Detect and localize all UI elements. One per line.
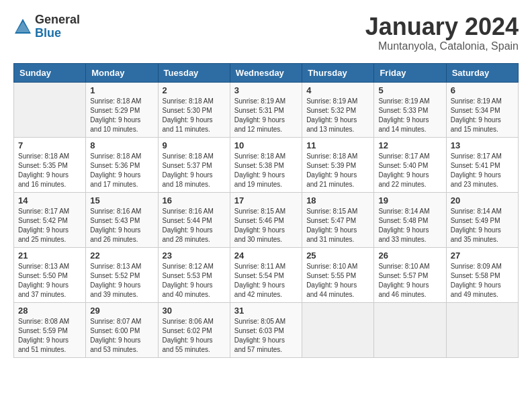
- day-cell: 18Sunrise: 8:15 AMSunset: 5:47 PMDayligh…: [302, 192, 374, 247]
- day-cell: 6Sunrise: 8:19 AMSunset: 5:34 PMDaylight…: [446, 82, 518, 137]
- header-cell-friday: Friday: [374, 63, 446, 82]
- day-info: Sunrise: 8:19 AMSunset: 5:31 PMDaylight:…: [234, 97, 298, 134]
- day-cell: 31Sunrise: 8:05 AMSunset: 6:03 PMDayligh…: [230, 302, 302, 357]
- day-number: 8: [90, 140, 153, 150]
- day-info: Sunrise: 8:18 AMSunset: 5:36 PMDaylight:…: [90, 152, 153, 189]
- week-row-1: 1Sunrise: 8:18 AMSunset: 5:29 PMDaylight…: [14, 82, 519, 137]
- day-number: 31: [234, 306, 298, 316]
- day-number: 30: [163, 306, 226, 316]
- day-cell: 26Sunrise: 8:10 AMSunset: 5:57 PMDayligh…: [374, 247, 446, 302]
- week-row-3: 14Sunrise: 8:17 AMSunset: 5:42 PMDayligh…: [14, 192, 519, 247]
- logo-general-text: General: [35, 13, 80, 27]
- day-cell: 21Sunrise: 8:13 AMSunset: 5:50 PMDayligh…: [14, 247, 86, 302]
- day-info: Sunrise: 8:18 AMSunset: 5:39 PMDaylight:…: [306, 152, 369, 189]
- day-cell: 4Sunrise: 8:19 AMSunset: 5:32 PMDaylight…: [302, 82, 374, 137]
- header-cell-thursday: Thursday: [302, 63, 374, 82]
- day-info: Sunrise: 8:19 AMSunset: 5:34 PMDaylight:…: [451, 97, 514, 134]
- header-cell-wednesday: Wednesday: [230, 63, 302, 82]
- day-info: Sunrise: 8:14 AMSunset: 5:48 PMDaylight:…: [378, 207, 441, 244]
- day-number: 19: [378, 195, 441, 205]
- day-info: Sunrise: 8:18 AMSunset: 5:38 PMDaylight:…: [234, 152, 298, 189]
- logo-icon: [13, 17, 32, 36]
- title-block: January 2024 Muntanyola, Catalonia, Spai…: [365, 13, 519, 52]
- day-info: Sunrise: 8:10 AMSunset: 5:55 PMDaylight:…: [306, 262, 369, 300]
- day-cell: [302, 302, 374, 357]
- day-cell: 19Sunrise: 8:14 AMSunset: 5:48 PMDayligh…: [374, 192, 446, 247]
- day-info: Sunrise: 8:09 AMSunset: 5:58 PMDaylight:…: [451, 262, 514, 300]
- day-number: 3: [234, 85, 298, 95]
- day-cell: 30Sunrise: 8:06 AMSunset: 6:02 PMDayligh…: [158, 302, 230, 357]
- day-cell: 24Sunrise: 8:11 AMSunset: 5:54 PMDayligh…: [230, 247, 302, 302]
- day-info: Sunrise: 8:18 AMSunset: 5:37 PMDaylight:…: [163, 152, 226, 189]
- day-number: 4: [306, 85, 369, 95]
- day-info: Sunrise: 8:14 AMSunset: 5:49 PMDaylight:…: [451, 207, 514, 244]
- day-info: Sunrise: 8:07 AMSunset: 6:00 PMDaylight:…: [90, 317, 153, 355]
- day-cell: 29Sunrise: 8:07 AMSunset: 6:00 PMDayligh…: [86, 302, 158, 357]
- day-info: Sunrise: 8:18 AMSunset: 5:29 PMDaylight:…: [90, 97, 153, 134]
- day-number: 9: [163, 140, 226, 150]
- calendar-table: SundayMondayTuesdayWednesdayThursdayFrid…: [13, 63, 519, 358]
- day-number: 13: [451, 140, 514, 150]
- day-cell: 14Sunrise: 8:17 AMSunset: 5:42 PMDayligh…: [14, 192, 86, 247]
- week-row-5: 28Sunrise: 8:08 AMSunset: 5:59 PMDayligh…: [14, 302, 519, 357]
- day-number: 21: [18, 250, 81, 261]
- day-number: 2: [163, 85, 226, 95]
- day-cell: 3Sunrise: 8:19 AMSunset: 5:31 PMDaylight…: [230, 82, 302, 137]
- week-row-2: 7Sunrise: 8:18 AMSunset: 5:35 PMDaylight…: [14, 137, 519, 192]
- day-cell: 22Sunrise: 8:13 AMSunset: 5:52 PMDayligh…: [86, 247, 158, 302]
- day-cell: 16Sunrise: 8:16 AMSunset: 5:44 PMDayligh…: [158, 192, 230, 247]
- day-cell: 11Sunrise: 8:18 AMSunset: 5:39 PMDayligh…: [302, 137, 374, 192]
- day-cell: 23Sunrise: 8:12 AMSunset: 5:53 PMDayligh…: [158, 247, 230, 302]
- day-cell: 8Sunrise: 8:18 AMSunset: 5:36 PMDaylight…: [86, 137, 158, 192]
- day-number: 17: [234, 195, 298, 205]
- day-cell: 27Sunrise: 8:09 AMSunset: 5:58 PMDayligh…: [446, 247, 518, 302]
- header-cell-tuesday: Tuesday: [158, 63, 230, 82]
- day-info: Sunrise: 8:13 AMSunset: 5:50 PMDaylight:…: [18, 262, 81, 300]
- day-info: Sunrise: 8:06 AMSunset: 6:02 PMDaylight:…: [163, 317, 226, 355]
- day-cell: 15Sunrise: 8:16 AMSunset: 5:43 PMDayligh…: [86, 192, 158, 247]
- day-cell: 1Sunrise: 8:18 AMSunset: 5:29 PMDaylight…: [86, 82, 158, 137]
- day-number: 29: [90, 306, 153, 316]
- header-cell-sunday: Sunday: [14, 63, 86, 82]
- day-info: Sunrise: 8:19 AMSunset: 5:33 PMDaylight:…: [378, 97, 441, 134]
- calendar-subtitle: Muntanyola, Catalonia, Spain: [365, 40, 519, 52]
- day-number: 6: [451, 85, 514, 95]
- day-cell: 25Sunrise: 8:10 AMSunset: 5:55 PMDayligh…: [302, 247, 374, 302]
- header-cell-monday: Monday: [86, 63, 158, 82]
- day-cell: 28Sunrise: 8:08 AMSunset: 5:59 PMDayligh…: [14, 302, 86, 357]
- day-info: Sunrise: 8:17 AMSunset: 5:40 PMDaylight:…: [378, 152, 441, 189]
- day-info: Sunrise: 8:15 AMSunset: 5:46 PMDaylight:…: [234, 207, 298, 244]
- day-info: Sunrise: 8:15 AMSunset: 5:47 PMDaylight:…: [306, 207, 369, 244]
- day-cell: [14, 82, 86, 137]
- logo-text: General Blue: [35, 13, 80, 40]
- day-info: Sunrise: 8:16 AMSunset: 5:43 PMDaylight:…: [90, 207, 153, 244]
- day-number: 20: [451, 195, 514, 205]
- day-number: 25: [306, 250, 369, 261]
- day-number: 16: [163, 195, 226, 205]
- day-number: 1: [90, 85, 153, 95]
- day-number: 10: [234, 140, 298, 150]
- day-number: 11: [306, 140, 369, 150]
- day-info: Sunrise: 8:19 AMSunset: 5:32 PMDaylight:…: [306, 97, 369, 134]
- logo: General Blue: [13, 13, 80, 40]
- day-cell: 13Sunrise: 8:17 AMSunset: 5:41 PMDayligh…: [446, 137, 518, 192]
- header-row: SundayMondayTuesdayWednesdayThursdayFrid…: [14, 63, 519, 82]
- day-number: 12: [378, 140, 441, 150]
- day-cell: 5Sunrise: 8:19 AMSunset: 5:33 PMDaylight…: [374, 82, 446, 137]
- day-info: Sunrise: 8:11 AMSunset: 5:54 PMDaylight:…: [234, 262, 298, 300]
- day-number: 15: [90, 195, 153, 205]
- svg-marker-1: [16, 21, 30, 32]
- day-info: Sunrise: 8:17 AMSunset: 5:42 PMDaylight:…: [18, 207, 81, 244]
- logo-blue-text: Blue: [35, 27, 80, 40]
- day-cell: 10Sunrise: 8:18 AMSunset: 5:38 PMDayligh…: [230, 137, 302, 192]
- day-info: Sunrise: 8:12 AMSunset: 5:53 PMDaylight:…: [163, 262, 226, 300]
- day-number: 14: [18, 195, 81, 205]
- day-cell: 9Sunrise: 8:18 AMSunset: 5:37 PMDaylight…: [158, 137, 230, 192]
- day-cell: 12Sunrise: 8:17 AMSunset: 5:40 PMDayligh…: [374, 137, 446, 192]
- day-info: Sunrise: 8:05 AMSunset: 6:03 PMDaylight:…: [234, 317, 298, 355]
- day-cell: 7Sunrise: 8:18 AMSunset: 5:35 PMDaylight…: [14, 137, 86, 192]
- day-number: 18: [306, 195, 369, 205]
- day-info: Sunrise: 8:10 AMSunset: 5:57 PMDaylight:…: [378, 262, 441, 300]
- day-info: Sunrise: 8:13 AMSunset: 5:52 PMDaylight:…: [90, 262, 153, 300]
- day-info: Sunrise: 8:16 AMSunset: 5:44 PMDaylight:…: [163, 207, 226, 244]
